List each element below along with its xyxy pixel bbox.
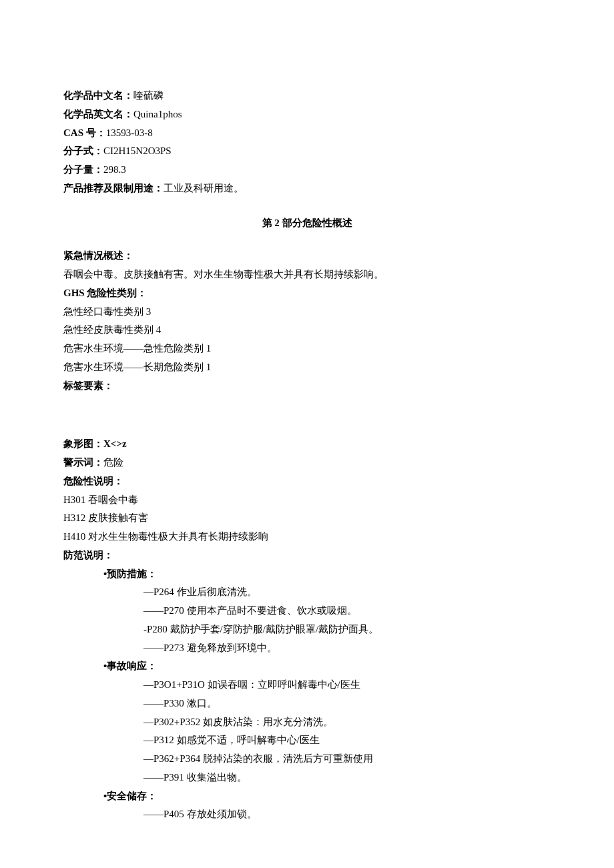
value-use: 工业及科研用途。 (164, 183, 244, 193)
pictogram-line: 象形图：X<>z (63, 435, 551, 454)
field-mw: 分子量：298.3 (63, 161, 551, 179)
label-formula: 分子式： (63, 145, 103, 156)
ghs-label: GHS 危险性类别： (63, 284, 551, 303)
emergency-text: 吞咽会中毒。皮肤接触有害。对水生生物毒性极大并具有长期持续影响。 (63, 266, 551, 284)
label-use: 产品推荐及限制用途： (63, 183, 164, 193)
ghs-item-1: 急性经皮肤毒性类别 4 (63, 321, 551, 340)
response-item-5: ——P391 收集溢出物。 (63, 769, 551, 787)
response-item-4: —P362+P364 脱掉沾染的衣服，清洗后方可重新使用 (63, 750, 551, 769)
value-name-cn: 喹硫磷 (133, 90, 164, 101)
emergency-label: 紧急情况概述： (63, 247, 551, 266)
section-2-title: 第 2 部分危险性概述 (63, 214, 551, 233)
storage-item-0: ——P405 存放处须加锁。 (63, 805, 551, 824)
label-mw: 分子量： (63, 164, 103, 175)
label-elements: 标签要素： (63, 377, 551, 396)
response-item-0: —P3O1+P31O 如误吞咽：立即呼叫解毒中心/医生 (63, 676, 551, 695)
hazard-item-2: H410 对水生生物毒性极大并具有长期持续影响 (63, 528, 551, 546)
prevention-item-1: ——P270 使用本产品时不要进食、饮水或吸烟。 (63, 602, 551, 620)
ghs-item-3: 危害水生环境——长期危险类别 1 (63, 358, 551, 377)
field-name-en: 化学品英文名：Quina1phos (63, 105, 551, 124)
value-formula: CI2H15N2O3PS (103, 145, 172, 156)
signal-value: 危险 (103, 457, 123, 468)
pictogram-label: 象形图： (63, 438, 103, 449)
label-cas: CAS 号： (63, 127, 106, 138)
response-label: •事故响应： (63, 657, 551, 676)
response-item-1: ——P330 漱口。 (63, 695, 551, 713)
response-item-2: —P302+P352 如皮肤沾染：用水充分清洗。 (63, 713, 551, 732)
field-use: 产品推荐及限制用途：工业及科研用途。 (63, 179, 551, 198)
precaution-label: 防范说明： (63, 546, 551, 565)
pictogram-value: X<>z (103, 438, 127, 449)
response-item-3: —P312 如感觉不适，呼叫解毒中心/医生 (63, 731, 551, 750)
prevention-label: •预防措施： (63, 565, 551, 584)
hazard-item-1: H312 皮肤接触有害 (63, 509, 551, 528)
ghs-item-0: 急性经口毒性类别 3 (63, 303, 551, 322)
value-name-en: Quina1phos (133, 109, 182, 119)
prevention-item-3: ——P273 避免释放到环境中。 (63, 639, 551, 658)
ghs-item-2: 危害水生环境——急性危险类别 1 (63, 340, 551, 358)
label-name-cn: 化学品中文名： (63, 90, 133, 101)
field-formula: 分子式：CI2H15N2O3PS (63, 142, 551, 161)
prevention-item-2: -P280 戴防护手套/穿防护服/戴防护眼罩/戴防护面具。 (63, 620, 551, 639)
field-cas: CAS 号：13593-03-8 (63, 124, 551, 143)
signal-label: 警示词： (63, 457, 103, 468)
value-cas: 13593-03-8 (106, 127, 153, 138)
prevention-item-0: —P264 作业后彻底清洗。 (63, 583, 551, 602)
hazard-label: 危险性说明： (63, 472, 551, 491)
signal-line: 警示词：危险 (63, 454, 551, 472)
label-name-en: 化学品英文名： (63, 109, 133, 119)
hazard-item-0: H301 吞咽会中毒 (63, 491, 551, 510)
value-mw: 298.3 (103, 164, 126, 175)
field-name-cn: 化学品中文名：喹硫磷 (63, 87, 551, 105)
storage-label: •安全储存： (63, 787, 551, 806)
